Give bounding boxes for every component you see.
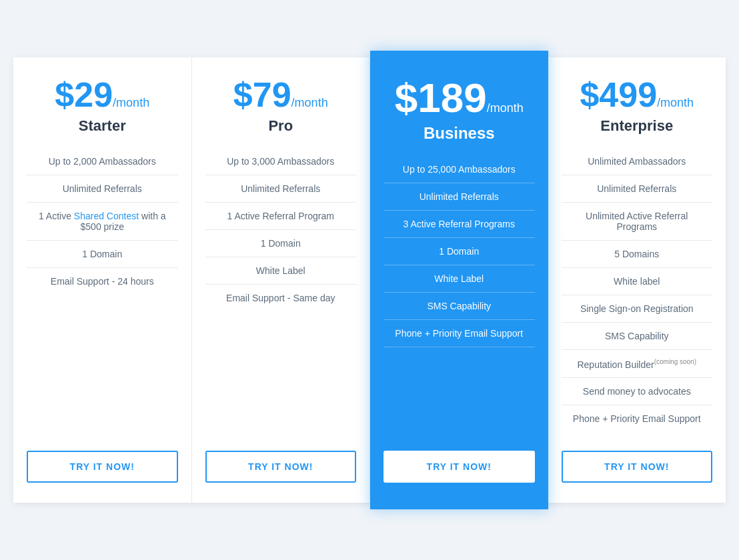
feature-item: SMS Capability	[562, 323, 713, 350]
plan-enterprise: $499/monthEnterpriseUnlimited Ambassador…	[548, 57, 726, 503]
feature-item: 1 Domain	[205, 230, 357, 257]
price-block-business: $189/month	[395, 77, 524, 119]
feature-item: Phone + Priority Email Support	[384, 320, 535, 347]
feature-item: 5 Domains	[562, 241, 713, 268]
plan-business: $189/monthBusinessUp to 25,000 Ambassado…	[370, 51, 548, 510]
feature-item: Up to 3,000 Ambassadors	[205, 148, 357, 175]
price-block-enterprise: $499/month	[580, 77, 694, 112]
plan-name-pro: Pro	[268, 117, 293, 135]
price-block-starter: $29/month	[55, 77, 149, 112]
feature-item: 1 Active Referral Program	[205, 203, 357, 230]
plan-starter: $29/monthStarterUp to 2,000 AmbassadorsU…	[13, 57, 192, 503]
cta-button-business[interactable]: TRY IT NOW!	[384, 451, 535, 483]
price-period-enterprise: /month	[657, 96, 694, 109]
feature-item: Email Support - 24 hours	[27, 268, 178, 295]
features-list-enterprise: Unlimited AmbassadorsUnlimited Referrals…	[562, 148, 713, 433]
feature-item: White Label	[384, 265, 535, 293]
feature-item: SMS Capability	[384, 293, 535, 320]
features-list-pro: Up to 3,000 AmbassadorsUnlimited Referra…	[205, 148, 357, 433]
feature-item: 1 Active Shared Contest with a $500 priz…	[27, 203, 178, 241]
features-list-business: Up to 25,000 AmbassadorsUnlimited Referr…	[384, 156, 535, 433]
price-period-starter: /month	[113, 96, 149, 109]
feature-item: Unlimited Ambassadors	[562, 148, 713, 175]
features-list-starter: Up to 2,000 AmbassadorsUnlimited Referra…	[27, 148, 178, 433]
cta-button-starter[interactable]: TRY IT NOW!	[27, 451, 178, 483]
price-amount-enterprise: $499/month	[580, 75, 694, 114]
feature-item: White label	[562, 268, 713, 295]
feature-item: Up to 25,000 Ambassadors	[384, 156, 535, 183]
superscript: (coming soon)	[654, 358, 696, 365]
feature-link-starter-2[interactable]: Shared Contest	[74, 211, 139, 221]
feature-item: Email Support - Same day	[205, 285, 357, 311]
price-amount-business: $189/month	[395, 75, 524, 121]
feature-item: White Label	[205, 257, 357, 285]
plan-name-business: Business	[424, 124, 495, 143]
feature-item: 1 Domain	[27, 241, 178, 268]
pricing-table: $29/monthStarterUp to 2,000 AmbassadorsU…	[13, 57, 726, 503]
price-period-business: /month	[487, 101, 524, 115]
feature-item: Reputation Builder(coming soon)	[562, 350, 713, 379]
cta-button-enterprise[interactable]: TRY IT NOW!	[562, 451, 713, 483]
cta-button-pro[interactable]: TRY IT NOW!	[205, 451, 357, 483]
price-block-pro: $79/month	[233, 77, 328, 112]
feature-item: Up to 2,000 Ambassadors	[27, 148, 178, 175]
feature-item: Unlimited Referrals	[205, 175, 357, 203]
feature-item: Unlimited Active Referral Programs	[562, 203, 713, 241]
plan-name-enterprise: Enterprise	[600, 117, 673, 135]
feature-item: Phone + Priority Email Support	[562, 405, 713, 432]
feature-item: 1 Domain	[384, 238, 535, 265]
feature-item: Unlimited Referrals	[384, 183, 535, 211]
price-amount-starter: $29/month	[55, 75, 149, 114]
price-period-pro: /month	[291, 96, 328, 109]
feature-item: 3 Active Referral Programs	[384, 211, 535, 238]
feature-item: Unlimited Referrals	[562, 175, 713, 203]
feature-item: Single Sign-on Registration	[562, 295, 713, 323]
feature-item: Unlimited Referrals	[27, 175, 178, 203]
price-amount-pro: $79/month	[233, 75, 328, 114]
plan-pro: $79/monthProUp to 3,000 AmbassadorsUnlim…	[192, 57, 371, 503]
plan-name-starter: Starter	[79, 117, 126, 135]
feature-item: Send money to advocates	[562, 378, 713, 405]
